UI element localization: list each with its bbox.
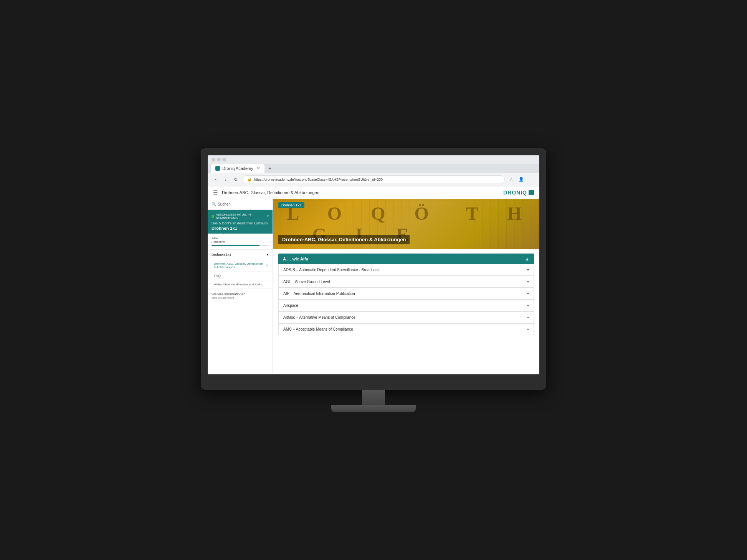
- sidebar-item-label: Weiterführende Hinweise und Links: [214, 283, 262, 286]
- sidebar-item-abc[interactable]: Drohnen-ABC, Glossar, Definitionen & Abk…: [208, 260, 273, 272]
- droniq-logo: DRONIQ: [503, 189, 527, 196]
- monitor: Droniq Academy ✕ + ‹ › ↻ 🔒 https://droni…: [201, 148, 546, 412]
- profile-icon[interactable]: 👤: [517, 175, 526, 184]
- accordion-label: ADS-B – Automatic Dependent Surveillance…: [283, 268, 378, 272]
- main-content: L O Q Ö T H G L E Drohnen 1x1 Drohnen-AB…: [273, 199, 539, 374]
- sidebar-search[interactable]: 🔍 Suchen: [208, 199, 273, 210]
- monitor-stand: [201, 390, 546, 412]
- progress-bar-fill: [212, 245, 259, 246]
- sidebar-item-faq[interactable]: FAQ: [208, 272, 273, 280]
- chevron-down-icon: ▾: [527, 280, 529, 284]
- browser-actions: ☆ 👤 ⋯: [507, 175, 535, 184]
- chevron-down-icon: ▾: [527, 268, 529, 272]
- browser-tab-active[interactable]: Droniq Academy ✕: [211, 164, 264, 173]
- accordion-item-ads-b[interactable]: ADS-B – Automatic Dependent Surveillance…: [278, 264, 534, 276]
- sidebar-footer-line2[interactable]: Medienübersicht: [212, 296, 269, 300]
- accordion-item-airspace[interactable]: Airspace ▾: [278, 300, 534, 311]
- sidebar-item-label: Drohnen-ABC, Glossar, Definitionen & Abk…: [214, 262, 266, 269]
- accordion-label: AIP – Aeronautical Information Publicati…: [283, 292, 355, 296]
- sidebar-section-header[interactable]: Drohnen 1x1 ▾: [208, 250, 273, 260]
- glossary-content: A … wie Alfa ▲ ADS-B – Automatic Depende…: [273, 249, 539, 340]
- bookmark-icon[interactable]: ☆: [507, 175, 516, 184]
- sidebar-lesson-title: Drohnen 1x1: [212, 226, 269, 231]
- accordion-item-agl[interactable]: AGL – Above Ground Level ▾: [278, 276, 534, 288]
- sidebar-item-links[interactable]: Weiterführende Hinweise und Links: [208, 280, 273, 289]
- tab-bar: Droniq Academy ✕ +: [208, 164, 539, 173]
- app-layout: ☰ Drohnen-ABC, Glossar, Definitionen & A…: [208, 186, 539, 374]
- monitor-screen: Droniq Academy ✕ + ‹ › ↻ 🔒 https://droni…: [208, 155, 539, 374]
- chevron-down-icon: ▾: [527, 327, 529, 331]
- address-bar-row: ‹ › ↻ 🔒 https://droniq-academy.de/ilias.…: [208, 173, 539, 186]
- glossary-section-header[interactable]: A … wie Alfa ▲: [278, 254, 534, 264]
- lock-icon: 🔒: [247, 177, 252, 181]
- check-icon: ✓: [266, 264, 269, 267]
- accordion-label: AGL – Above Ground Level: [283, 280, 330, 284]
- content-area: 🔍 Suchen ABSCHLUSSSTATUS: IN BEARBEITUNG…: [208, 199, 539, 374]
- status-badge: ABSCHLUSSSTATUS: IN BEARBEITUNG ▾: [212, 213, 269, 220]
- browser-chrome: Droniq Academy ✕ + ‹ › ↻ 🔒 https://droni…: [208, 155, 539, 186]
- accordion-item-aip[interactable]: AIP – Aeronautical Information Publicati…: [278, 288, 534, 300]
- tab-title: Droniq Academy: [222, 166, 253, 171]
- glossary-accordion: ADS-B – Automatic Dependent Surveillance…: [278, 264, 534, 335]
- search-label: Suchen: [218, 202, 231, 206]
- status-text: ABSCHLUSSSTATUS: IN BEARBEITUNG: [216, 213, 266, 220]
- progress-section: 84% Fortschritt: [208, 234, 273, 250]
- sidebar-item-label: FAQ: [214, 274, 221, 278]
- new-tab-button[interactable]: +: [265, 164, 274, 173]
- accordion-item-amc[interactable]: AMC – Acceptable Means of Compliance ▾: [278, 323, 534, 335]
- sidebar-section-chevron: ▾: [267, 253, 269, 257]
- back-btn[interactable]: ‹: [212, 175, 220, 184]
- stand-base: [331, 405, 416, 412]
- sidebar-footer: Weitere Informationen Medienübersicht: [208, 289, 273, 303]
- sidebar-status-section: ABSCHLUSSSTATUS: IN BEARBEITUNG ▾ Dos & …: [208, 210, 273, 234]
- chevron-down-icon: ▾: [527, 303, 529, 308]
- sidebar-course-title: Dos & Dont's im deutschen Luftraum: [212, 221, 269, 225]
- sidebar-section-title: Drohnen 1x1: [212, 253, 231, 257]
- hero-title: Drohnen-ABC, Glossar, Definitionen & Abk…: [278, 235, 410, 244]
- hero-banner: L O Q Ö T H G L E Drohnen 1x1 Drohnen-AB…: [273, 199, 539, 249]
- chevron-down-icon: ▾: [527, 292, 529, 296]
- sidebar: 🔍 Suchen ABSCHLUSSSTATUS: IN BEARBEITUNG…: [208, 199, 273, 374]
- chevron-down-icon: ▾: [527, 315, 529, 320]
- progress-percent: 84%: [212, 237, 218, 240]
- nav-buttons: ‹ › ↻: [212, 175, 240, 184]
- tab-close-btn[interactable]: ✕: [257, 166, 260, 170]
- search-icon: 🔍: [212, 202, 216, 206]
- reload-btn[interactable]: ↻: [231, 175, 240, 184]
- hamburger-menu-icon[interactable]: ☰: [213, 189, 218, 196]
- monitor-bezel: Droniq Academy ✕ + ‹ › ↻ 🔒 https://droni…: [201, 148, 546, 390]
- address-bar[interactable]: 🔒 https://droniq-academy.de/ilias.php?ba…: [242, 175, 505, 183]
- sidebar-footer-line1[interactable]: Weitere Informationen: [212, 292, 269, 296]
- accordion-item-altmoc[interactable]: AltMoc – Alternative Means of Compliance…: [278, 311, 534, 323]
- app-page-title: Drohnen-ABC, Glossar, Definitionen & Abk…: [222, 190, 503, 195]
- sidebar-section: Drohnen 1x1 ▾ Drohnen-ABC, Glossar, Defi…: [208, 250, 273, 289]
- progress-bar: [212, 245, 269, 246]
- accordion-label: Airspace: [283, 303, 298, 308]
- browser-minimize-btn[interactable]: [212, 158, 215, 161]
- browser-close-btn[interactable]: [222, 158, 226, 161]
- stand-neck: [362, 390, 385, 405]
- droniq-logo-icon: [529, 190, 534, 195]
- hero-breadcrumb: Drohnen 1x1: [278, 202, 304, 208]
- browser-titlebar: [208, 155, 539, 164]
- more-menu-icon[interactable]: ⋯: [527, 175, 535, 184]
- browser-controls: [212, 158, 226, 161]
- status-chevron[interactable]: ▾: [267, 214, 269, 218]
- app-header: ☰ Drohnen-ABC, Glossar, Definitionen & A…: [208, 186, 539, 199]
- accordion-label: AMC – Acceptable Means of Compliance: [283, 327, 353, 331]
- forward-btn[interactable]: ›: [221, 175, 230, 184]
- browser-maximize-btn[interactable]: [217, 158, 221, 161]
- url-text: https://droniq-academy.de/ilias.php?base…: [254, 178, 383, 181]
- tab-favicon: [215, 166, 220, 171]
- glossary-collapse-icon[interactable]: ▲: [525, 257, 529, 261]
- accordion-label: AltMoc – Alternative Means of Compliance: [283, 315, 355, 320]
- progress-text: Fortschritt: [212, 240, 225, 244]
- progress-label: 84% Fortschritt: [212, 237, 269, 244]
- status-dot-icon: [212, 215, 214, 218]
- glossary-section-label: A … wie Alfa: [283, 257, 308, 261]
